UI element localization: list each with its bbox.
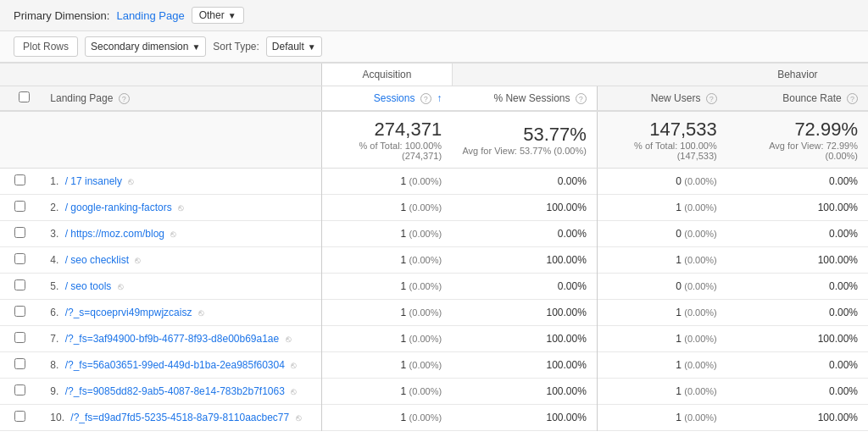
- other-dropdown[interactable]: Other ▼: [192, 7, 244, 24]
- external-link-icon[interactable]: ⎋: [170, 229, 176, 239]
- other-chevron-icon: ▼: [228, 11, 236, 20]
- row-new-users-pct: (0.00%): [684, 360, 717, 370]
- analytics-table: Acquisition Behavior Landing Page ? Sess…: [0, 63, 868, 431]
- row-sessions: 1 (0.00%): [322, 379, 452, 405]
- sessions-info-icon[interactable]: ?: [420, 93, 431, 104]
- row-sessions-pct: (0.00%): [409, 307, 442, 318]
- landing-page-link[interactable]: / seo tools: [65, 280, 112, 292]
- external-link-icon[interactable]: ⎋: [135, 255, 141, 265]
- external-link-icon[interactable]: ⎋: [296, 412, 302, 423]
- data-table-wrapper: Acquisition Behavior Landing Page ? Sess…: [0, 63, 868, 431]
- sessions-sort-icon: ↑: [437, 92, 442, 104]
- row-checkbox[interactable]: [14, 227, 25, 238]
- row-number: 3.: [50, 228, 58, 240]
- row-bounce-rate: 0.00%: [727, 352, 868, 379]
- row-checkbox[interactable]: [14, 332, 25, 343]
- row-landing-page: 4. / seo checklist ⎋: [40, 247, 321, 274]
- external-link-icon[interactable]: ⎋: [291, 386, 297, 396]
- totals-landing-page-cell: [40, 111, 321, 169]
- row-sessions: 1 (0.00%): [322, 326, 452, 352]
- row-new-users-pct: (0.00%): [684, 176, 717, 186]
- row-checkbox[interactable]: [14, 358, 25, 369]
- landing-page-info-icon[interactable]: ?: [119, 93, 130, 104]
- row-new-users-pct: (0.00%): [684, 334, 717, 344]
- row-sessions: 1 (0.00%): [322, 169, 452, 195]
- row-checkbox[interactable]: [14, 174, 25, 185]
- col-header-sessions[interactable]: Sessions ? ↑: [322, 86, 452, 112]
- external-link-icon[interactable]: ⎋: [198, 307, 204, 318]
- row-checkbox-cell: [0, 195, 40, 221]
- row-checkbox[interactable]: [14, 253, 25, 264]
- row-number: 10.: [50, 412, 64, 423]
- secondary-dimension-dropdown[interactable]: Secondary dimension ▼: [85, 36, 206, 57]
- table-row: 8. /?_fs=56a03651-99ed-449d-b1ba-2ea985f…: [0, 352, 868, 379]
- col-header-bounce-rate[interactable]: Bounce Rate ?: [727, 86, 868, 112]
- landing-page-link[interactable]: /?_fs=56a03651-99ed-449d-b1ba-2ea985f603…: [65, 359, 285, 371]
- totals-sessions-cell: 274,371 % of Total: 100.00% (274,371): [322, 111, 452, 169]
- new-sessions-group-empty: [452, 64, 597, 86]
- row-sessions-pct: (0.00%): [409, 281, 442, 291]
- primary-dimension-label: Primary Dimension:: [14, 9, 109, 22]
- row-new-users: 0 (0.00%): [597, 274, 726, 300]
- row-checkbox[interactable]: [14, 384, 25, 395]
- new-sessions-info-icon[interactable]: ?: [576, 93, 587, 104]
- row-landing-page: 1. / 17 insanely ⎋: [40, 169, 321, 195]
- row-landing-page: 10. /?_fs=d9ad7fd5-5235-4518-8a79-8110aa…: [40, 405, 321, 431]
- checkbox-header-empty: [0, 64, 40, 86]
- row-new-users: 1 (0.00%): [597, 300, 726, 326]
- select-all-checkbox[interactable]: [19, 91, 30, 102]
- table-row: 2. / google-ranking-factors ⎋ 1 (0.00%) …: [0, 195, 868, 221]
- bounce-rate-info-icon[interactable]: ?: [847, 93, 858, 104]
- row-checkbox-cell: [0, 405, 40, 431]
- totals-sessions-pct: % of Total: 100.00% (274,371): [332, 141, 442, 161]
- landing-page-group-empty: [40, 64, 321, 86]
- row-sessions-pct: (0.00%): [409, 255, 442, 265]
- row-bounce-rate: 0.00%: [727, 274, 868, 300]
- landing-page-link[interactable]: /?_s=qcoeprvi49mpwjzcaisz: [65, 307, 192, 318]
- row-new-sessions: 0.00%: [452, 221, 597, 247]
- row-sessions: 1 (0.00%): [322, 195, 452, 221]
- totals-new-sessions-cell: 53.77% Avg for View: 53.77% (0.00%): [452, 111, 597, 169]
- toolbar: Plot Rows Secondary dimension ▼ Sort Typ…: [0, 31, 868, 63]
- row-sessions: 1 (0.00%): [322, 300, 452, 326]
- external-link-icon[interactable]: ⎋: [178, 202, 184, 213]
- row-new-users-pct: (0.00%): [684, 255, 717, 265]
- row-checkbox-cell: [0, 221, 40, 247]
- table-row: 5. / seo tools ⎋ 1 (0.00%) 0.00% 0 (0.00…: [0, 274, 868, 300]
- row-new-users-pct: (0.00%): [684, 202, 717, 213]
- row-sessions-pct: (0.00%): [409, 360, 442, 370]
- row-sessions-pct: (0.00%): [409, 176, 442, 186]
- landing-page-link[interactable]: /?_fs=3af94900-bf9b-4677-8f93-d8e00b69a1…: [65, 333, 280, 345]
- external-link-icon[interactable]: ⎋: [118, 281, 124, 291]
- row-checkbox-cell: [0, 379, 40, 405]
- row-number: 9.: [50, 385, 58, 397]
- row-bounce-rate: 100.00%: [727, 195, 868, 221]
- new-users-info-icon[interactable]: ?: [706, 93, 717, 104]
- landing-page-link[interactable]: / seo checklist: [65, 254, 129, 266]
- external-link-icon[interactable]: ⎋: [291, 360, 297, 370]
- row-checkbox[interactable]: [14, 411, 25, 422]
- row-landing-page: 6. /?_s=qcoeprvi49mpwjzcaisz ⎋: [40, 300, 321, 326]
- external-link-icon[interactable]: ⎋: [286, 334, 292, 344]
- external-link-icon[interactable]: ⎋: [128, 176, 134, 186]
- row-checkbox[interactable]: [14, 201, 25, 212]
- landing-page-link[interactable]: / google-ranking-factors: [65, 202, 172, 213]
- col-header-new-users[interactable]: New Users ?: [597, 86, 726, 112]
- row-number: 8.: [50, 359, 58, 371]
- row-checkbox[interactable]: [14, 279, 25, 290]
- totals-bounce-sub: Avg for View: 72.99% (0.00%): [737, 141, 858, 161]
- landing-page-link[interactable]: / 17 insanely: [65, 175, 122, 187]
- col-header-new-sessions[interactable]: % New Sessions ?: [452, 86, 597, 112]
- plot-rows-button[interactable]: Plot Rows: [14, 36, 78, 57]
- landing-page-link[interactable]: /?_fs=9085dd82-9ab5-4087-8e14-783b2b7f10…: [65, 385, 285, 397]
- table-row: 3. / https://moz.com/blog ⎋ 1 (0.00%) 0.…: [0, 221, 868, 247]
- row-sessions: 1 (0.00%): [322, 352, 452, 379]
- landing-page-link[interactable]: /?_fs=d9ad7fd5-5235-4518-8a79-8110aacbec…: [70, 412, 289, 423]
- sort-type-chevron-icon: ▼: [308, 42, 316, 52]
- row-checkbox[interactable]: [14, 306, 25, 317]
- table-row: 1. / 17 insanely ⎋ 1 (0.00%) 0.00% 0 (0.…: [0, 169, 868, 195]
- row-checkbox-cell: [0, 300, 40, 326]
- sort-type-dropdown[interactable]: Default ▼: [266, 36, 322, 57]
- row-checkbox-cell: [0, 169, 40, 195]
- landing-page-link[interactable]: / https://moz.com/blog: [65, 228, 164, 240]
